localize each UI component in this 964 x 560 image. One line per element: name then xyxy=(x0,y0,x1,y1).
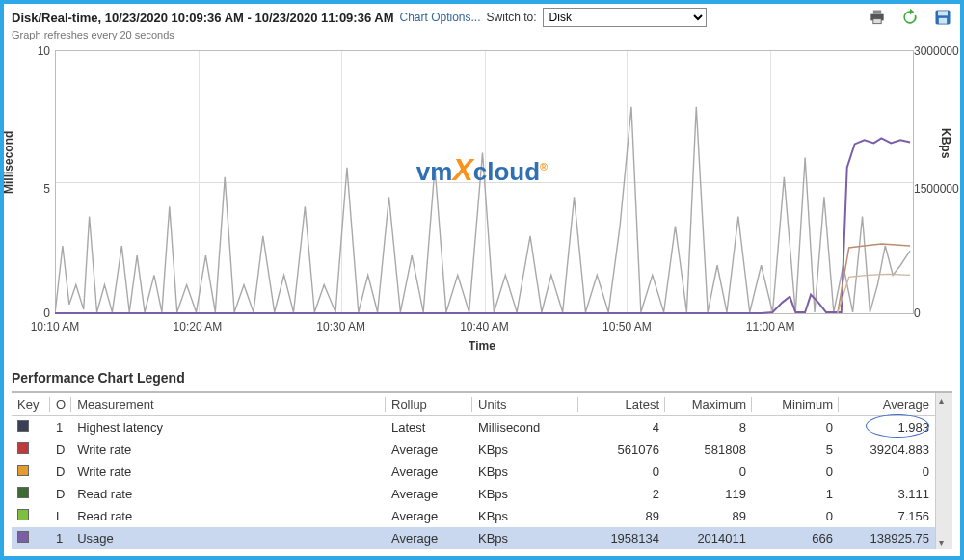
refresh-icon[interactable] xyxy=(900,8,920,27)
cell-maximum: 8 xyxy=(665,416,752,440)
table-row[interactable]: LRead rateAverageKBps898907.156 xyxy=(12,505,935,527)
cell-average: 3.111 xyxy=(839,483,935,505)
cell-units: KBps xyxy=(472,461,578,483)
ytick-right: 0 xyxy=(914,307,952,320)
cell-measurement: Read rate xyxy=(71,483,386,505)
cell-object: D xyxy=(50,461,71,483)
table-row[interactable]: DWrite rateAverageKBps0000 xyxy=(12,461,935,483)
col-key[interactable]: Key xyxy=(12,393,50,416)
legend-title: Performance Chart Legend xyxy=(12,370,952,386)
chart-options-link[interactable]: Chart Options... xyxy=(400,11,481,24)
col-object[interactable]: O xyxy=(50,393,71,416)
cell-units: KBps xyxy=(472,439,578,461)
color-swatch xyxy=(17,442,29,454)
cell-measurement: Highest latency xyxy=(71,416,386,440)
col-average[interactable]: Average xyxy=(839,393,935,416)
cell-rollup: Latest xyxy=(386,416,472,440)
cell-minimum: 1 xyxy=(752,483,839,505)
cell-average: 39204.883 xyxy=(839,439,935,461)
legend-scrollbar[interactable]: ▴ ▾ xyxy=(935,393,952,549)
xtick: 10:20 AM xyxy=(174,320,223,333)
ytick-right: 3000000 xyxy=(914,44,952,58)
svg-rect-4 xyxy=(938,11,948,15)
cell-minimum: 0 xyxy=(752,416,839,440)
color-swatch xyxy=(17,531,29,543)
ytick-left: 5 xyxy=(12,182,50,196)
xtick: 11:00 AM xyxy=(746,320,795,333)
cell-object: D xyxy=(50,439,71,461)
cell-latest: 561076 xyxy=(578,439,665,461)
save-icon[interactable] xyxy=(933,8,952,27)
color-swatch xyxy=(17,509,29,520)
switch-to-select[interactable]: Disk xyxy=(543,8,707,27)
cell-object: L xyxy=(50,505,71,527)
col-rollup[interactable]: Rollup xyxy=(386,393,472,416)
cell-maximum: 119 xyxy=(665,483,752,505)
cell-latest: 2 xyxy=(578,483,665,505)
cell-maximum: 0 xyxy=(665,461,752,483)
cell-units: KBps xyxy=(472,505,578,527)
cell-rollup: Average xyxy=(386,461,472,483)
watermark-logo: vmXcloud® xyxy=(416,152,548,188)
ytick-right: 1500000 xyxy=(914,182,952,196)
color-swatch xyxy=(17,465,29,476)
col-minimum[interactable]: Minimum xyxy=(752,393,839,416)
svg-rect-1 xyxy=(873,11,881,14)
cell-average: 7.156 xyxy=(839,505,935,527)
performance-chart: Millisecond KBps 10 5 0 3000000 1500000 … xyxy=(12,44,952,343)
cell-rollup: Average xyxy=(386,505,472,527)
refresh-note: Graph refreshes every 20 seconds xyxy=(12,29,952,40)
color-swatch xyxy=(17,420,29,432)
color-swatch xyxy=(17,487,29,498)
chart-title: Disk/Real-time, 10/23/2020 10:09:36 AM -… xyxy=(12,11,394,25)
cell-latest: 0 xyxy=(578,461,665,483)
cell-latest: 89 xyxy=(578,505,665,527)
table-row[interactable]: DRead rateAverageKBps211913.111 xyxy=(12,483,935,505)
cell-measurement: Write rate xyxy=(71,461,386,483)
printer-icon[interactable] xyxy=(868,8,887,27)
legend-table: Key O Measurement Rollup Units Latest Ma… xyxy=(12,393,935,549)
svg-rect-5 xyxy=(939,18,947,24)
cell-maximum: 581808 xyxy=(665,439,752,461)
col-latest[interactable]: Latest xyxy=(578,393,665,416)
cell-average: 0 xyxy=(839,461,935,483)
cell-object: 1 xyxy=(50,527,71,549)
y-axis-right-label: KBps xyxy=(939,128,952,158)
cell-object: 1 xyxy=(50,416,71,440)
cell-latest: 4 xyxy=(578,416,665,440)
cell-minimum: 0 xyxy=(752,461,839,483)
cell-units: KBps xyxy=(472,527,578,549)
col-measurement[interactable]: Measurement xyxy=(71,393,386,416)
cell-latest: 1958134 xyxy=(578,527,665,549)
cell-average: 1.983 xyxy=(839,416,935,440)
cell-rollup: Average xyxy=(386,483,472,505)
table-row[interactable]: 1Highest latencyLatestMillisecond4801.98… xyxy=(12,416,935,440)
highlight-circle xyxy=(866,414,929,438)
ytick-left: 10 xyxy=(12,44,50,58)
cell-maximum: 89 xyxy=(665,505,752,527)
switch-to-label: Switch to: xyxy=(487,11,537,24)
cell-minimum: 0 xyxy=(752,505,839,527)
svg-rect-2 xyxy=(873,19,881,24)
xtick: 10:40 AM xyxy=(460,320,509,333)
cell-units: Millisecond xyxy=(472,416,578,440)
col-maximum[interactable]: Maximum xyxy=(665,393,752,416)
cell-rollup: Average xyxy=(386,527,472,549)
cell-measurement: Usage xyxy=(71,527,386,549)
legend-header-row[interactable]: Key O Measurement Rollup Units Latest Ma… xyxy=(12,393,935,416)
xtick: 10:10 AM xyxy=(31,320,80,333)
cell-object: D xyxy=(50,483,71,505)
cell-measurement: Read rate xyxy=(71,505,386,527)
cell-minimum: 666 xyxy=(752,527,839,549)
table-row[interactable]: 1UsageAverageKBps19581342014011666138925… xyxy=(12,527,935,549)
table-row[interactable]: DWrite rateAverageKBps561076581808539204… xyxy=(12,439,935,461)
cell-average: 138925.75 xyxy=(839,527,935,549)
cell-minimum: 5 xyxy=(752,439,839,461)
col-units[interactable]: Units xyxy=(472,393,578,416)
xtick: 10:50 AM xyxy=(602,320,652,333)
cell-rollup: Average xyxy=(386,439,472,461)
cell-measurement: Write rate xyxy=(71,439,386,461)
header-bar: Disk/Real-time, 10/23/2020 10:09:36 AM -… xyxy=(12,8,952,27)
xtick: 10:30 AM xyxy=(316,320,365,333)
cell-maximum: 2014011 xyxy=(665,527,752,549)
